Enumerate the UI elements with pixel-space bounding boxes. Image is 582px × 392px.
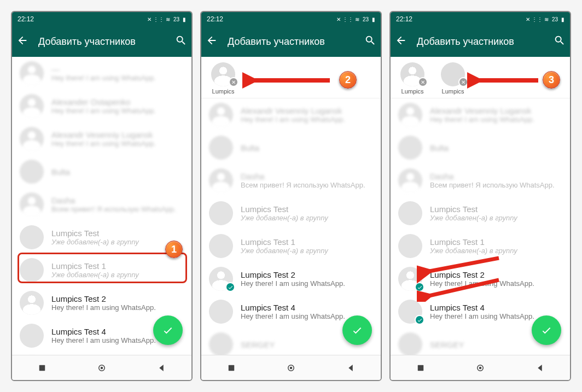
contact-list[interactable]: —Hey there! I am using WhatsApp.Alexande… (12, 57, 191, 355)
home-icon[interactable] (475, 363, 485, 373)
selected-chip[interactable]: ✕Lumpics (439, 62, 467, 95)
avatar (20, 258, 44, 282)
contact-text: Lumpics TestУже добавлен(-а) в группу (241, 204, 373, 222)
arrow-left-icon (16, 34, 28, 46)
contact-text: Bulta (430, 143, 562, 153)
back-nav-icon[interactable] (156, 363, 166, 373)
contact-status: Hey there! I am using WhatsApp. (430, 279, 562, 288)
search-button[interactable] (554, 34, 566, 49)
contact-row[interactable]: DashaВсем привет! Я использую WhatsApp. (201, 164, 381, 197)
contact-row[interactable]: Alexander OstapenkoHey there! I am using… (12, 90, 191, 122)
avatar (20, 127, 44, 151)
back-button[interactable] (395, 34, 407, 49)
recent-apps-icon[interactable] (37, 363, 47, 373)
contact-row: Lumpics TestУже добавлен(-а) в группу (201, 197, 381, 230)
contact-status: Hey there! I am using WhatsApp. (51, 74, 184, 82)
back-nav-icon[interactable] (535, 363, 545, 373)
app-header: Добавить участников (12, 26, 191, 57)
status-bar: 22:12 ✕ ⋮⋮ ≋ 23▮ (12, 12, 191, 26)
contact-name: Lumpics Test 2 (51, 294, 184, 303)
avatar (398, 136, 422, 160)
contact-row[interactable]: Lumpics Test 2Hey there! I am using What… (391, 262, 570, 295)
contact-text: Lumpics Test 1Уже добавлен(-а) в группу (241, 237, 373, 255)
contact-row[interactable]: Bulta (391, 131, 570, 164)
contact-text: DashaВсем привет! Я использую WhatsApp. (51, 196, 184, 213)
contact-name: Lumpics Test (51, 229, 184, 238)
back-nav-icon[interactable] (346, 363, 356, 373)
avatar (209, 300, 233, 324)
contact-text: —Hey there! I am using WhatsApp. (51, 65, 184, 82)
contact-name: — (51, 65, 184, 74)
contact-row[interactable]: Alexandr Vesenniy LuganskHey there! I am… (201, 98, 381, 131)
avatar (20, 291, 44, 315)
contact-name: Bulta (51, 167, 184, 177)
selected-chip[interactable]: ✕Lumpics (398, 62, 427, 95)
contact-name: Dasha (241, 172, 373, 181)
contact-row[interactable]: DashaВсем привет! Я использую WhatsApp. (12, 188, 191, 221)
status-icons: ✕ ⋮⋮ ≋ 23▮ (526, 16, 564, 22)
contact-status: Hey there! I am using WhatsApp. (51, 139, 184, 148)
contact-name: Alexander Ostapenko (51, 97, 184, 107)
contact-row[interactable]: Bulta (201, 131, 381, 164)
contact-status: Hey there! I am using WhatsApp. (241, 279, 373, 288)
back-button[interactable] (16, 34, 28, 49)
confirm-fab[interactable] (532, 315, 561, 345)
contact-row[interactable]: Lumpics Test 2Hey there! I am using What… (12, 286, 191, 319)
avatar (209, 201, 233, 225)
contact-row[interactable]: Bulta (12, 155, 191, 188)
svg-rect-3 (228, 365, 234, 371)
home-icon[interactable] (97, 363, 107, 373)
clock: 22:12 (207, 15, 223, 23)
clock: 22:12 (18, 15, 34, 23)
contact-name: Lumpics Test 2 (241, 270, 373, 279)
contact-row[interactable]: DashaВсем привет! Я использую WhatsApp. (391, 164, 570, 197)
contact-row[interactable]: Alexandr Vesenniy LuganskHey there! I am… (12, 122, 191, 155)
step-badge-2: 2 (339, 71, 357, 89)
contact-text: Lumpics Test 2Hey there! I am using What… (430, 270, 562, 288)
remove-chip-icon[interactable]: ✕ (418, 77, 428, 87)
avatar (209, 136, 233, 160)
contact-name: Bulta (241, 143, 373, 153)
contact-text: Lumpics Test 2Hey there! I am using What… (51, 294, 184, 312)
selected-check-icon (225, 282, 235, 292)
contact-text: Lumpics TestУже добавлен(-а) в группу (51, 229, 184, 246)
status-icons: ✕ ⋮⋮ ≋ 23▮ (336, 16, 375, 22)
phone-screen-3: 22:12 ✕ ⋮⋮ ≋ 23▮ Добавить участников ✕Lu… (389, 11, 571, 381)
contact-name: Lumpics Test 1 (430, 237, 562, 247)
svg-point-9 (479, 366, 482, 369)
home-icon[interactable] (286, 363, 296, 373)
android-nav-bar (391, 355, 570, 380)
confirm-fab[interactable] (153, 315, 183, 345)
selected-check-icon (415, 282, 424, 292)
chip-label: Lumpics (401, 88, 424, 95)
remove-chip-icon[interactable]: ✕ (229, 77, 238, 87)
contact-row[interactable]: Lumpics Test 2Hey there! I am using What… (201, 262, 381, 295)
contact-status: Всем привет! Я использую WhatsApp. (241, 181, 373, 189)
selected-chip[interactable]: ✕Lumpics (209, 62, 237, 95)
svg-rect-0 (39, 365, 45, 371)
contact-text: Alexander OstapenkoHey there! I am using… (51, 97, 184, 115)
header-title: Добавить участников (228, 36, 354, 48)
remove-chip-icon[interactable]: ✕ (458, 77, 468, 87)
check-icon (540, 324, 552, 336)
search-button[interactable] (175, 34, 187, 49)
contact-row[interactable]: Alexandr Vesenniy LuganskHey there! I am… (391, 98, 570, 131)
avatar (398, 103, 422, 127)
recent-apps-icon[interactable] (416, 363, 426, 373)
svg-point-2 (101, 366, 103, 369)
search-button[interactable] (364, 34, 376, 49)
contact-name: Lumpics Test 4 (241, 303, 373, 312)
contact-status: Всем привет! Я использую WhatsApp. (430, 181, 562, 189)
android-nav-bar (12, 355, 191, 380)
contact-status: Уже добавлен(-а) в группу (430, 247, 562, 255)
contact-row[interactable]: SERGEY (12, 352, 191, 355)
recent-apps-icon[interactable] (226, 363, 236, 373)
avatar (209, 332, 233, 355)
search-icon (554, 34, 566, 46)
contact-status: Уже добавлен(-а) в группу (241, 247, 373, 255)
confirm-fab[interactable] (342, 315, 372, 345)
contact-row[interactable]: —Hey there! I am using WhatsApp. (12, 57, 191, 90)
search-icon (175, 34, 187, 46)
back-button[interactable] (206, 34, 218, 49)
chip-label: Lumpics (212, 88, 235, 95)
